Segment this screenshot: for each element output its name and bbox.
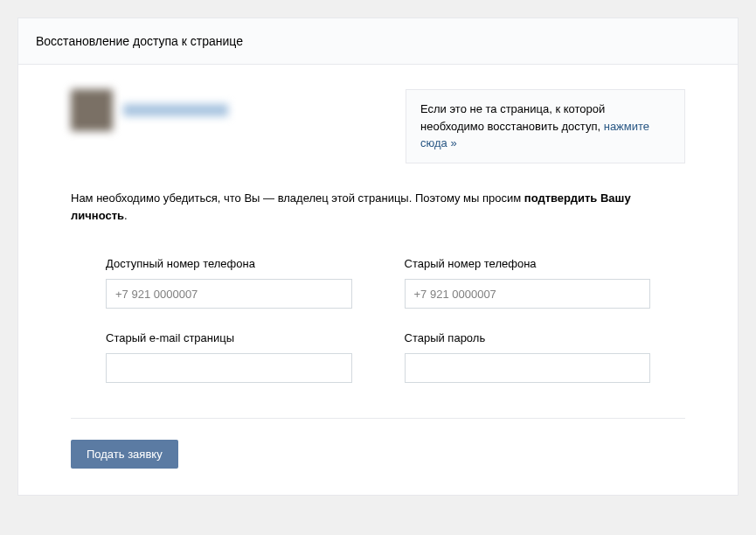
label-old-phone: Старый номер телефона xyxy=(405,257,651,270)
field-old-phone: Старый номер телефона xyxy=(405,257,651,309)
label-old-password: Старый пароль xyxy=(405,331,651,344)
desc-after: . xyxy=(124,209,128,222)
panel-body: Если это не та страница, к которой необх… xyxy=(18,65,738,495)
submit-button[interactable]: Подать заявку xyxy=(71,440,178,469)
description-text: Нам необходимо убедиться, что Вы — владе… xyxy=(71,190,685,226)
field-old-password: Старый пароль xyxy=(405,331,651,383)
top-row: Если это не та страница, к которой необх… xyxy=(71,89,685,163)
form-grid: Доступный номер телефона Старый номер те… xyxy=(71,257,685,383)
label-old-email: Старый e-mail страницы xyxy=(106,331,352,344)
profile-name-blurred xyxy=(123,104,228,116)
panel-header: Восстановление доступа к странице xyxy=(18,18,738,65)
desc-before: Нам необходимо убедиться, что Вы — владе… xyxy=(71,191,524,205)
notice-text: Если это не та страница, к которой необх… xyxy=(420,102,605,133)
input-old-password[interactable] xyxy=(405,353,651,383)
recovery-panel: Восстановление доступа к странице Если э… xyxy=(17,17,739,496)
avatar xyxy=(71,89,113,131)
label-available-phone: Доступный номер телефона xyxy=(106,257,352,270)
divider xyxy=(71,418,685,419)
input-available-phone[interactable] xyxy=(106,279,352,309)
wrong-page-notice: Если это не та страница, к которой необх… xyxy=(406,89,685,163)
input-old-phone[interactable] xyxy=(405,279,651,309)
field-available-phone: Доступный номер телефона xyxy=(106,257,352,309)
profile-block xyxy=(71,89,371,131)
input-old-email[interactable] xyxy=(106,353,352,383)
field-old-email: Старый e-mail страницы xyxy=(106,331,352,383)
page-title: Восстановление доступа к странице xyxy=(36,34,720,48)
